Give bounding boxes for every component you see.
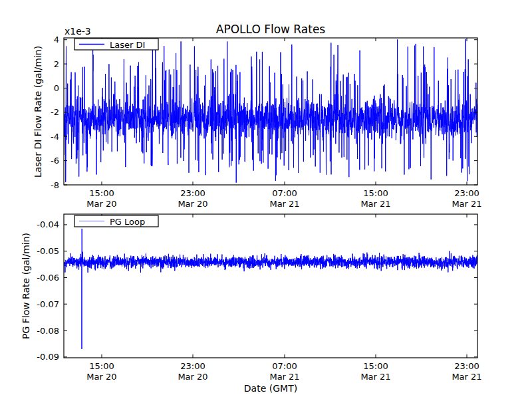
- y-tick-label: -0.09: [37, 352, 59, 362]
- x-tick-time: 23:00: [180, 188, 205, 198]
- x-tick-date: Mar 20: [86, 372, 116, 382]
- y-tick-label: -6: [51, 156, 59, 166]
- y-tick-label: -0.08: [37, 326, 59, 336]
- legend-laser-di: Laser DI: [74, 39, 158, 50]
- x-tick-date: Mar 20: [178, 199, 207, 209]
- y-tick-label: -2: [51, 107, 59, 117]
- generated-plot-content: 15:00Mar 2023:00Mar 2007:00Mar 2115:00Ma…: [37, 35, 481, 382]
- x-tick-date: Mar 20: [86, 199, 116, 209]
- x-tick-time: 07:00: [272, 361, 297, 371]
- x-tick-date: Mar 21: [452, 372, 481, 382]
- y-tick-label: -0.06: [37, 273, 59, 283]
- x-tick-time: 15:00: [363, 188, 388, 198]
- y-tick-label: -0.05: [37, 246, 59, 256]
- y-axis-label-bottom: PG Flow Rate (gal/min): [21, 233, 31, 339]
- x-tick-date: Mar 21: [360, 199, 390, 209]
- x-tick-date: Mar 21: [360, 372, 390, 382]
- chart-canvas: 15:00Mar 2023:00Mar 2007:00Mar 2115:00Ma…: [0, 0, 532, 399]
- legend-label: PG Loop: [110, 217, 145, 227]
- x-tick-time: 07:00: [272, 188, 297, 198]
- x-tick-time: 23:00: [180, 361, 205, 371]
- y-tick-label: -4: [51, 132, 59, 142]
- axes-bottom: 15:00Mar 2023:00Mar 2007:00Mar 2115:00Ma…: [37, 214, 481, 382]
- x-tick-time: 15:00: [89, 361, 114, 371]
- x-axis-label: Date (GMT): [244, 383, 297, 394]
- y-tick-label: 4: [54, 35, 59, 45]
- y-tick-label: 2: [54, 59, 59, 69]
- plot-background: [64, 214, 477, 358]
- x-tick-date: Mar 21: [269, 372, 299, 382]
- x-tick-date: Mar 21: [452, 199, 481, 209]
- figure-window: 15:00Mar 2023:00Mar 2007:00Mar 2115:00Ma…: [0, 0, 532, 399]
- y-tick-label: 0: [54, 83, 59, 93]
- x-tick-time: 15:00: [89, 188, 114, 198]
- x-tick-date: Mar 20: [178, 372, 207, 382]
- axes-top: 15:00Mar 2023:00Mar 2007:00Mar 2115:00Ma…: [51, 35, 482, 209]
- legend-pg-loop: PG Loop: [74, 215, 158, 227]
- x-tick-time: 15:00: [363, 361, 388, 371]
- x-tick-time: 23:00: [454, 188, 479, 198]
- chart-title: APOLLO Flow Rates: [216, 23, 326, 36]
- y-offset-text: x1e-3: [65, 26, 91, 37]
- x-tick-time: 23:00: [454, 361, 479, 371]
- y-tick-label: -0.04: [37, 219, 59, 229]
- legend-label: Laser DI: [110, 40, 145, 50]
- y-tick-label: -8: [51, 180, 59, 190]
- y-tick-label: -0.07: [37, 299, 59, 309]
- y-axis-label-top: Laser DI Flow Rate (gal/min): [33, 46, 43, 178]
- x-tick-date: Mar 21: [269, 199, 299, 209]
